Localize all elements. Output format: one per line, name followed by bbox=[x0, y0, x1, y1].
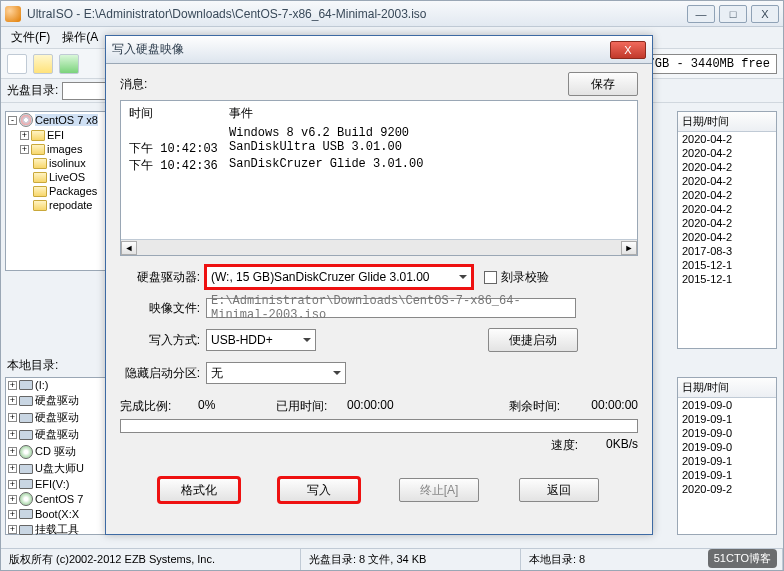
write-button[interactable]: 写入 bbox=[279, 478, 359, 502]
remain-value: 00:00:00 bbox=[568, 398, 638, 415]
main-window: UltraISO - E:\Administrator\Downloads\Ce… bbox=[0, 0, 784, 571]
scroll-right-icon[interactable]: ► bbox=[621, 241, 637, 255]
message-label: 消息: bbox=[120, 76, 568, 93]
tree-root[interactable]: - CentOS 7 x8 bbox=[6, 112, 114, 128]
tree-item[interactable]: repodate bbox=[6, 198, 114, 212]
tree-item[interactable]: +硬盘驱动 bbox=[6, 426, 114, 443]
tree-item[interactable]: +EFI bbox=[6, 128, 114, 142]
list-item[interactable]: 2015-12-1 bbox=[678, 258, 776, 272]
column-header-date[interactable]: 日期/时间 bbox=[678, 112, 776, 132]
elapsed-label: 已用时间: bbox=[276, 398, 327, 415]
list-item[interactable]: 2020-04-2 bbox=[678, 160, 776, 174]
log-scrollbar[interactable]: ◄ ► bbox=[121, 239, 637, 255]
list-item[interactable]: 2019-09-1 bbox=[678, 454, 776, 468]
folder-icon bbox=[33, 186, 47, 197]
dialog-close-button[interactable]: X bbox=[610, 41, 646, 59]
close-button[interactable]: X bbox=[751, 5, 779, 23]
maximize-button[interactable]: □ bbox=[719, 5, 747, 23]
tool-new-icon[interactable] bbox=[7, 54, 27, 74]
cd-file-list[interactable]: 日期/时间 2020-04-2 2020-04-2 2020-04-2 2020… bbox=[677, 111, 777, 349]
tree-item[interactable]: +(I:) bbox=[6, 378, 114, 392]
tree-item[interactable]: +硬盘驱动 bbox=[6, 392, 114, 409]
write-disk-image-dialog: 写入硬盘映像 X 消息: 保存 时间 事件 Windows 8 v6.2 Bui… bbox=[105, 35, 653, 535]
log-col-event: 事件 bbox=[229, 105, 253, 122]
save-button[interactable]: 保存 bbox=[568, 72, 638, 96]
list-item[interactable]: 2020-04-2 bbox=[678, 132, 776, 146]
dialog-titlebar: 写入硬盘映像 X bbox=[106, 36, 652, 64]
expand-icon[interactable]: + bbox=[20, 145, 29, 154]
list-item[interactable]: 2015-12-1 bbox=[678, 272, 776, 286]
list-item[interactable]: 2019-09-1 bbox=[678, 468, 776, 482]
expand-icon[interactable]: + bbox=[8, 495, 17, 504]
column-header-date[interactable]: 日期/时间 bbox=[678, 378, 776, 398]
tree-item[interactable]: +硬盘驱动 bbox=[6, 409, 114, 426]
list-item[interactable]: 2020-04-2 bbox=[678, 146, 776, 160]
tree-item[interactable]: isolinux bbox=[6, 156, 114, 170]
tree-item[interactable]: +U盘大师U bbox=[6, 460, 114, 477]
done-value: 0% bbox=[198, 398, 268, 415]
list-item[interactable]: 2019-09-1 bbox=[678, 412, 776, 426]
list-item[interactable]: 2019-09-0 bbox=[678, 398, 776, 412]
log-col-time: 时间 bbox=[129, 105, 229, 122]
tree-item[interactable]: +Boot(X:X bbox=[6, 507, 114, 521]
window-title: UltraISO - E:\Administrator\Downloads\Ce… bbox=[27, 7, 687, 21]
tool-save-icon[interactable] bbox=[59, 54, 79, 74]
drive-icon bbox=[19, 430, 33, 440]
expand-icon[interactable]: + bbox=[8, 381, 17, 390]
list-item[interactable]: 2020-04-2 bbox=[678, 202, 776, 216]
local-file-list[interactable]: 日期/时间 2019-09-0 2019-09-1 2019-09-0 2019… bbox=[677, 377, 777, 535]
expand-icon[interactable]: + bbox=[20, 131, 29, 140]
expand-icon[interactable]: + bbox=[8, 447, 17, 456]
list-item[interactable]: 2020-04-2 bbox=[678, 230, 776, 244]
tree-item[interactable]: +images bbox=[6, 142, 114, 156]
collapse-icon[interactable]: - bbox=[8, 116, 17, 125]
write-mode-value: USB-HDD+ bbox=[211, 333, 273, 347]
tree-item[interactable]: +CD 驱动 bbox=[6, 443, 114, 460]
hidden-boot-select[interactable]: 无 bbox=[206, 362, 346, 384]
image-label: 映像文件: bbox=[120, 300, 206, 317]
list-item[interactable]: 2020-04-2 bbox=[678, 216, 776, 230]
image-file-field[interactable]: E:\Administrator\Downloads\CentOS-7-x86_… bbox=[206, 298, 576, 318]
back-button[interactable]: 返回 bbox=[519, 478, 599, 502]
titlebar: UltraISO - E:\Administrator\Downloads\Ce… bbox=[1, 1, 783, 27]
cd-tree[interactable]: - CentOS 7 x8 +EFI +images isolinux Live… bbox=[5, 111, 115, 271]
write-mode-label: 写入方式: bbox=[120, 332, 206, 349]
hidden-boot-label: 隐藏启动分区: bbox=[120, 365, 206, 382]
tree-item[interactable]: LiveOS bbox=[6, 170, 114, 184]
local-tree[interactable]: +(I:) +硬盘驱动 +硬盘驱动 +硬盘驱动 +CD 驱动 +U盘大师U +E… bbox=[5, 377, 115, 535]
tree-item[interactable]: Packages bbox=[6, 184, 114, 198]
write-mode-select[interactable]: USB-HDD+ bbox=[206, 329, 316, 351]
list-item[interactable]: 2017-08-3 bbox=[678, 244, 776, 258]
list-item[interactable]: 2019-09-0 bbox=[678, 426, 776, 440]
easyboot-button[interactable]: 便捷启动 bbox=[488, 328, 578, 352]
tree-root-label: CentOS 7 x8 bbox=[35, 114, 98, 126]
expand-icon[interactable]: + bbox=[8, 510, 17, 519]
expand-icon[interactable]: + bbox=[8, 413, 17, 422]
menu-file[interactable]: 文件(F) bbox=[7, 27, 54, 48]
tree-item[interactable]: +挂载工具 bbox=[6, 521, 114, 538]
folder-icon bbox=[33, 158, 47, 169]
tool-open-icon[interactable] bbox=[33, 54, 53, 74]
list-item[interactable]: 2020-04-2 bbox=[678, 174, 776, 188]
scroll-left-icon[interactable]: ◄ bbox=[121, 241, 137, 255]
log-row: 下午 10:42:36SanDiskCruzer Glide 3.01.00 bbox=[129, 157, 629, 174]
list-item[interactable]: 2020-09-2 bbox=[678, 482, 776, 496]
expand-icon[interactable]: + bbox=[8, 464, 17, 473]
log-box[interactable]: 时间 事件 Windows 8 v6.2 Build 9200 下午 10:42… bbox=[120, 100, 638, 256]
expand-icon[interactable]: + bbox=[8, 525, 17, 534]
minimize-button[interactable]: — bbox=[687, 5, 715, 23]
expand-icon[interactable]: + bbox=[8, 430, 17, 439]
expand-icon[interactable]: + bbox=[8, 396, 17, 405]
list-item[interactable]: 2020-04-2 bbox=[678, 188, 776, 202]
verify-checkbox[interactable] bbox=[484, 271, 497, 284]
tree-item[interactable]: +CentOS 7 bbox=[6, 491, 114, 507]
menu-action[interactable]: 操作(A bbox=[58, 27, 102, 48]
drive-select[interactable]: (W:, 15 GB)SanDiskCruzer Glide 3.01.00 bbox=[206, 266, 472, 288]
expand-icon[interactable]: + bbox=[8, 480, 17, 489]
statusbar: 版权所有 (c)2002-2012 EZB Systems, Inc. 光盘目录… bbox=[1, 548, 783, 570]
format-button[interactable]: 格式化 bbox=[159, 478, 239, 502]
disc-free-space: 7GB - 3440MB free bbox=[641, 54, 777, 74]
list-item[interactable]: 2019-09-0 bbox=[678, 440, 776, 454]
tree-item[interactable]: +EFI(V:) bbox=[6, 477, 114, 491]
hidden-boot-value: 无 bbox=[211, 365, 223, 382]
